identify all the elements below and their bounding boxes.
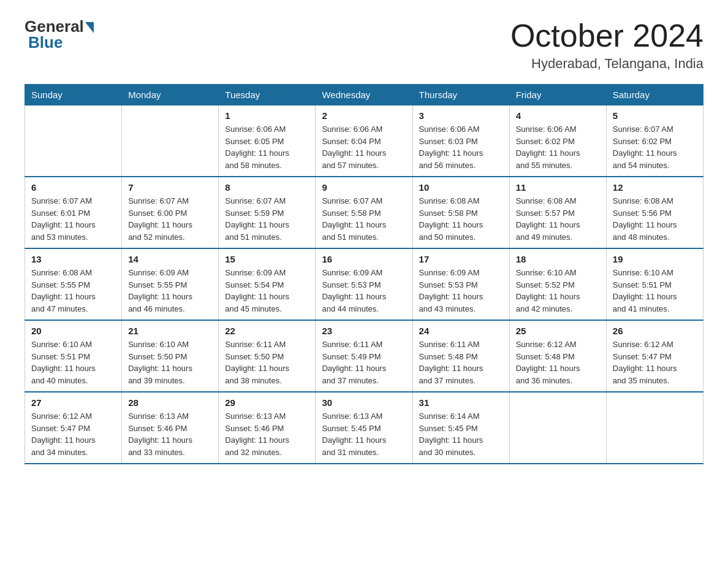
day-number: 25: [516, 326, 600, 336]
day-info: Sunrise: 6:11 AM Sunset: 5:49 PM Dayligh…: [322, 339, 406, 386]
calendar-cell: 16Sunrise: 6:09 AM Sunset: 5:53 PM Dayli…: [316, 248, 412, 320]
calendar-cell: 13Sunrise: 6:08 AM Sunset: 5:55 PM Dayli…: [25, 248, 122, 320]
calendar-cell: 4Sunrise: 6:06 AM Sunset: 6:02 PM Daylig…: [509, 105, 606, 177]
day-number: 29: [225, 397, 309, 408]
calendar-cell: 30Sunrise: 6:13 AM Sunset: 5:45 PM Dayli…: [316, 392, 412, 464]
day-info: Sunrise: 6:10 AM Sunset: 5:50 PM Dayligh…: [128, 339, 212, 386]
calendar-cell: 24Sunrise: 6:11 AM Sunset: 5:48 PM Dayli…: [412, 320, 509, 392]
day-info: Sunrise: 6:13 AM Sunset: 5:46 PM Dayligh…: [128, 410, 212, 458]
calendar-cell: 18Sunrise: 6:10 AM Sunset: 5:52 PM Dayli…: [509, 248, 606, 320]
day-info: Sunrise: 6:07 AM Sunset: 5:58 PM Dayligh…: [322, 195, 406, 243]
calendar-cell: 21Sunrise: 6:10 AM Sunset: 5:50 PM Dayli…: [122, 320, 219, 392]
calendar-cell: 2Sunrise: 6:06 AM Sunset: 6:04 PM Daylig…: [316, 105, 412, 177]
calendar-week-row: 6Sunrise: 6:07 AM Sunset: 6:01 PM Daylig…: [25, 177, 703, 248]
day-number: 13: [31, 254, 115, 264]
day-info: Sunrise: 6:06 AM Sunset: 6:04 PM Dayligh…: [322, 123, 406, 171]
day-info: Sunrise: 6:06 AM Sunset: 6:03 PM Dayligh…: [419, 123, 503, 171]
day-number: 16: [322, 254, 406, 264]
day-number: 18: [516, 254, 600, 264]
day-number: 7: [128, 182, 212, 193]
calendar-cell: 20Sunrise: 6:10 AM Sunset: 5:51 PM Dayli…: [25, 320, 122, 392]
calendar-body: 1Sunrise: 6:06 AM Sunset: 6:05 PM Daylig…: [25, 105, 703, 464]
day-info: Sunrise: 6:07 AM Sunset: 6:01 PM Dayligh…: [31, 195, 115, 243]
calendar-cell: 17Sunrise: 6:09 AM Sunset: 5:53 PM Dayli…: [412, 248, 509, 320]
calendar-cell: [509, 392, 606, 464]
day-info: Sunrise: 6:06 AM Sunset: 6:02 PM Dayligh…: [516, 123, 600, 171]
day-info: Sunrise: 6:09 AM Sunset: 5:53 PM Dayligh…: [419, 267, 503, 315]
calendar-cell: [25, 105, 122, 177]
day-info: Sunrise: 6:13 AM Sunset: 5:45 PM Dayligh…: [322, 410, 406, 458]
day-number: 17: [419, 254, 503, 264]
calendar-cell: 26Sunrise: 6:12 AM Sunset: 5:47 PM Dayli…: [606, 320, 703, 392]
location-title: Hyderabad, Telangana, India: [510, 56, 703, 72]
calendar-cell: 1Sunrise: 6:06 AM Sunset: 6:05 PM Daylig…: [219, 105, 316, 177]
day-info: Sunrise: 6:07 AM Sunset: 6:00 PM Dayligh…: [128, 195, 212, 243]
day-info: Sunrise: 6:10 AM Sunset: 5:51 PM Dayligh…: [613, 267, 697, 315]
day-info: Sunrise: 6:09 AM Sunset: 5:55 PM Dayligh…: [128, 267, 212, 315]
calendar-title-area: October 2024 Hyderabad, Telangana, India: [510, 18, 703, 72]
calendar-week-row: 20Sunrise: 6:10 AM Sunset: 5:51 PM Dayli…: [25, 320, 703, 392]
day-info: Sunrise: 6:08 AM Sunset: 5:57 PM Dayligh…: [516, 195, 600, 243]
weekday-header-monday: Monday: [122, 85, 219, 105]
calendar-cell: 7Sunrise: 6:07 AM Sunset: 6:00 PM Daylig…: [122, 177, 219, 248]
logo-arrow-icon: [85, 22, 94, 33]
day-info: Sunrise: 6:09 AM Sunset: 5:53 PM Dayligh…: [322, 267, 406, 315]
calendar-cell: 12Sunrise: 6:08 AM Sunset: 5:56 PM Dayli…: [606, 177, 703, 248]
month-title: October 2024: [510, 18, 703, 53]
day-number: 3: [419, 110, 503, 121]
day-info: Sunrise: 6:12 AM Sunset: 5:48 PM Dayligh…: [516, 339, 600, 386]
calendar-cell: 11Sunrise: 6:08 AM Sunset: 5:57 PM Dayli…: [509, 177, 606, 248]
day-number: 2: [322, 110, 406, 121]
calendar-cell: 22Sunrise: 6:11 AM Sunset: 5:50 PM Dayli…: [219, 320, 316, 392]
day-info: Sunrise: 6:06 AM Sunset: 6:05 PM Dayligh…: [225, 123, 309, 171]
day-info: Sunrise: 6:07 AM Sunset: 5:59 PM Dayligh…: [225, 195, 309, 243]
calendar-cell: 8Sunrise: 6:07 AM Sunset: 5:59 PM Daylig…: [219, 177, 316, 248]
day-number: 31: [419, 397, 503, 408]
day-info: Sunrise: 6:12 AM Sunset: 5:47 PM Dayligh…: [31, 410, 115, 458]
calendar-cell: 6Sunrise: 6:07 AM Sunset: 6:01 PM Daylig…: [25, 177, 122, 248]
day-number: 21: [128, 326, 212, 336]
day-info: Sunrise: 6:07 AM Sunset: 6:02 PM Dayligh…: [613, 123, 697, 171]
logo-blue-text: Blue: [28, 33, 63, 52]
day-number: 1: [225, 110, 309, 121]
day-number: 19: [613, 254, 697, 264]
day-info: Sunrise: 6:11 AM Sunset: 5:50 PM Dayligh…: [225, 339, 309, 386]
calendar-cell: 10Sunrise: 6:08 AM Sunset: 5:58 PM Dayli…: [412, 177, 509, 248]
calendar-week-row: 1Sunrise: 6:06 AM Sunset: 6:05 PM Daylig…: [25, 105, 703, 177]
calendar-cell: 14Sunrise: 6:09 AM Sunset: 5:55 PM Dayli…: [122, 248, 219, 320]
day-number: 10: [419, 182, 503, 193]
calendar-cell: [606, 392, 703, 464]
calendar-cell: 5Sunrise: 6:07 AM Sunset: 6:02 PM Daylig…: [606, 105, 703, 177]
calendar-table: SundayMondayTuesdayWednesdayThursdayFrid…: [25, 84, 703, 464]
weekday-header-wednesday: Wednesday: [316, 85, 412, 105]
weekday-header-thursday: Thursday: [412, 85, 509, 105]
day-info: Sunrise: 6:14 AM Sunset: 5:45 PM Dayligh…: [419, 410, 503, 458]
calendar-header: SundayMondayTuesdayWednesdayThursdayFrid…: [25, 85, 703, 105]
day-number: 22: [225, 326, 309, 336]
weekday-header-saturday: Saturday: [606, 85, 703, 105]
day-number: 14: [128, 254, 212, 264]
calendar-week-row: 27Sunrise: 6:12 AM Sunset: 5:47 PM Dayli…: [25, 392, 703, 464]
day-number: 11: [516, 182, 600, 193]
calendar-cell: 28Sunrise: 6:13 AM Sunset: 5:46 PM Dayli…: [122, 392, 219, 464]
day-number: 5: [613, 110, 697, 121]
day-info: Sunrise: 6:10 AM Sunset: 5:52 PM Dayligh…: [516, 267, 600, 315]
calendar-cell: 23Sunrise: 6:11 AM Sunset: 5:49 PM Dayli…: [316, 320, 412, 392]
day-number: 30: [322, 397, 406, 408]
day-number: 6: [31, 182, 115, 193]
logo: General Blue: [25, 18, 94, 50]
calendar-cell: 3Sunrise: 6:06 AM Sunset: 6:03 PM Daylig…: [412, 105, 509, 177]
calendar-cell: 15Sunrise: 6:09 AM Sunset: 5:54 PM Dayli…: [219, 248, 316, 320]
calendar-cell: 31Sunrise: 6:14 AM Sunset: 5:45 PM Dayli…: [412, 392, 509, 464]
calendar-cell: [122, 105, 219, 177]
day-number: 26: [613, 326, 697, 336]
weekday-header-friday: Friday: [509, 85, 606, 105]
day-number: 20: [31, 326, 115, 336]
day-number: 15: [225, 254, 309, 264]
weekday-header-sunday: Sunday: [25, 85, 122, 105]
calendar-cell: 9Sunrise: 6:07 AM Sunset: 5:58 PM Daylig…: [316, 177, 412, 248]
calendar-cell: 19Sunrise: 6:10 AM Sunset: 5:51 PM Dayli…: [606, 248, 703, 320]
logo-general-text: General: [25, 18, 84, 34]
calendar-cell: 29Sunrise: 6:13 AM Sunset: 5:46 PM Dayli…: [219, 392, 316, 464]
weekday-header-tuesday: Tuesday: [219, 85, 316, 105]
